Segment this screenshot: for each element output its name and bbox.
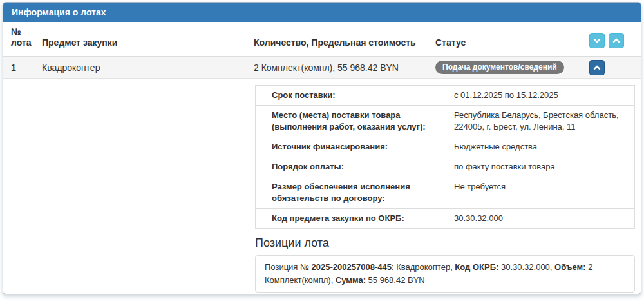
column-header-subject: Предмет закупки bbox=[39, 37, 254, 56]
detail-value: Бюджетные средства bbox=[454, 137, 634, 157]
detail-label: Срок поставки: bbox=[256, 86, 454, 105]
detail-label: Размер обеспечения исполнения обязательс… bbox=[256, 177, 454, 208]
detail-row-delivery-period: Срок поставки: с 01.12.2025 по 15.12.202… bbox=[256, 86, 634, 105]
detail-row-payment-order: Порядок оплаты: по факту поставки товара bbox=[256, 157, 634, 177]
lot-subject: Квадрокоптер bbox=[39, 63, 254, 73]
position-okrb-label: Код ОКРБ: bbox=[455, 262, 498, 272]
position-text-segment: Позиция № bbox=[265, 262, 312, 272]
position-sum-label: Сумма: bbox=[336, 275, 366, 285]
panel-title: Информация о лотах bbox=[3, 3, 641, 22]
lots-table-header: № лота Предмет закупки Количество, Преде… bbox=[3, 22, 641, 57]
column-header-quantity: Количество, Предельная стоимость bbox=[254, 37, 435, 56]
expand-all-button[interactable] bbox=[589, 33, 605, 48]
detail-row-delivery-place: Место (места) поставки товара (выполнени… bbox=[256, 105, 634, 137]
detail-value: Не требуется bbox=[454, 177, 634, 208]
chevron-up-icon bbox=[611, 35, 621, 46]
detail-value: с 01.12.2025 по 15.12.2025 bbox=[454, 86, 634, 105]
lot-status: Подача документов/сведений bbox=[435, 61, 589, 74]
column-header-lot-number: № лота bbox=[3, 26, 39, 56]
chevron-up-icon bbox=[592, 63, 602, 73]
detail-value: Республика Беларусь, Брестская область, … bbox=[454, 106, 634, 137]
detail-label: Код предмета закупки по ОКРБ: bbox=[256, 209, 454, 228]
detail-row-funding-source: Источник финансирования: Бюджетные средс… bbox=[256, 137, 634, 157]
position-number: 2025-200257008-445 bbox=[312, 262, 392, 272]
lots-info-panel: Информация о лотах № лота Предмет закупк… bbox=[3, 2, 641, 294]
position-text-segment: 30.30.32.000, bbox=[498, 262, 554, 272]
detail-row-contract-security: Размер обеспечения исполнения обязательс… bbox=[256, 177, 634, 208]
status-badge: Подача документов/сведений bbox=[435, 61, 564, 74]
detail-label: Место (места) поставки товара (выполнени… bbox=[256, 106, 454, 137]
column-header-status: Статус bbox=[435, 37, 589, 56]
detail-value: по факту поставки товара bbox=[454, 157, 634, 177]
header-actions bbox=[589, 33, 641, 56]
lot-number: 1 bbox=[3, 63, 39, 73]
lot-details-table: Срок поставки: с 01.12.2025 по 15.12.202… bbox=[255, 85, 635, 229]
lot-quantity: 2 Комплект(компл), 55 968.42 BYN bbox=[254, 63, 435, 73]
detail-row-okrb-code: Код предмета закупки по ОКРБ: 30.30.32.0… bbox=[256, 208, 634, 228]
chevron-down-icon bbox=[592, 35, 602, 46]
lot-table-row: 1 Квадрокоптер 2 Комплект(компл), 55 968… bbox=[3, 57, 641, 79]
lot-positions-heading: Позиции лота bbox=[255, 236, 635, 250]
detail-label: Порядок оплаты: bbox=[256, 157, 454, 177]
detail-label: Источник финансирования: bbox=[256, 137, 454, 157]
lot-position-item: Позиция № 2025-200257008-445: Квадрокопт… bbox=[255, 255, 635, 293]
position-volume-label: Объем: bbox=[554, 262, 585, 272]
collapse-lot-details-button[interactable] bbox=[589, 60, 605, 75]
detail-value: 30.30.32.000 bbox=[454, 209, 634, 228]
row-actions bbox=[589, 60, 641, 75]
position-text-segment: 55 968.42 BYN bbox=[366, 275, 425, 285]
position-text-segment: : Квадрокоптер, bbox=[392, 262, 455, 272]
collapse-all-button[interactable] bbox=[609, 33, 624, 48]
lot-details-section: Срок поставки: с 01.12.2025 по 15.12.202… bbox=[255, 85, 635, 293]
